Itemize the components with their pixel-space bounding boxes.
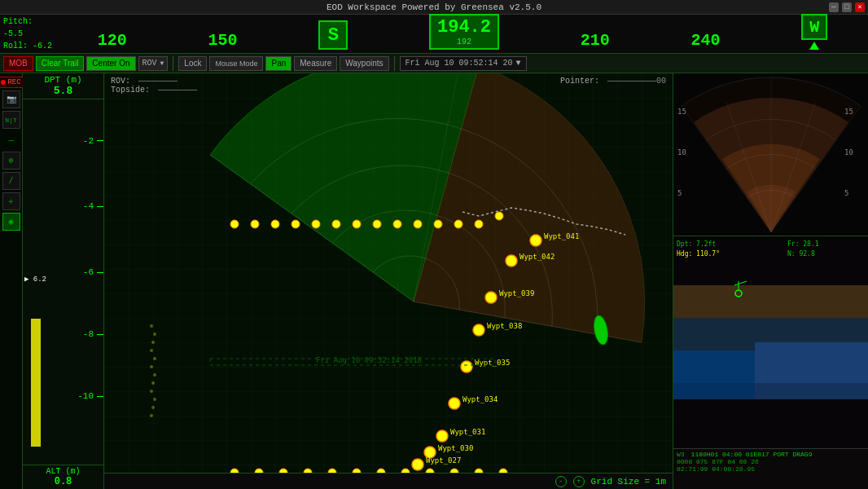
pointer-coords: ——————————00: [607, 77, 666, 86]
map-area[interactable]: Wypt_042 Wypt_041 Wypt_039 Wypt_038 Wypt…: [104, 73, 673, 489]
compass-210: 210: [581, 31, 610, 50]
alt-label: ALT (m): [24, 467, 102, 476]
zoom-in-button[interactable]: +: [573, 476, 585, 487]
pointer-info: Pointer: ——————————00: [560, 77, 666, 86]
svg-point-55: [153, 357, 156, 360]
depth-tick-4: -4: [71, 201, 103, 211]
pan-button[interactable]: Pan: [265, 56, 292, 71]
svg-point-56: [150, 365, 153, 368]
svg-text:Wypt_041: Wypt_041: [544, 232, 579, 240]
dpt-label: DPT (m): [24, 75, 102, 85]
svg-text:5: 5: [677, 189, 682, 197]
svg-text:15: 15: [844, 108, 853, 116]
compass-120: 120: [98, 31, 127, 50]
toolbar: MOB Clear Trail Center On ROV ▼ Lock Mou…: [0, 54, 868, 73]
svg-point-58: [151, 381, 155, 385]
svg-rect-80: [755, 342, 868, 399]
depth-scale: -2 -4 -6 -8 -10 ▶ 6.2: [23, 99, 103, 465]
pitch-value: Pitch: -5.5: [3, 15, 54, 40]
separator-icon: —: [2, 131, 20, 149]
svg-point-53: [151, 341, 155, 344]
south-indicator: S: [318, 20, 348, 50]
toolbar-separator-1: [173, 56, 173, 71]
crosshair-icon[interactable]: ✛: [2, 192, 20, 210]
mouse-mode-button[interactable]: Mouse Mode: [209, 56, 263, 71]
west-indicator: W: [801, 14, 827, 40]
svg-rect-79: [673, 350, 755, 399]
datetime-display: Fri Aug 10 09:52:14 20 ▼: [400, 56, 527, 71]
svg-point-26: [414, 220, 422, 228]
svg-text:Wypt_031: Wypt_031: [450, 428, 485, 436]
clear-trail-button[interactable]: Clear Trail: [36, 56, 85, 71]
depth-tick-2: -2: [71, 136, 103, 146]
west-indicator-group: W: [801, 14, 827, 50]
svg-point-54: [150, 349, 153, 352]
waypoints-button[interactable]: Waypoints: [340, 56, 388, 71]
alt-value: 0.8: [24, 476, 102, 487]
alt-section: ALT (m) 0.8: [23, 465, 103, 489]
depth-panel: DPT (m) 5.8 -2 -4 -6 -8 -10: [23, 73, 104, 489]
svg-point-60: [153, 398, 156, 401]
window-controls: — □ ✕: [829, 2, 865, 12]
toolbar-separator-2: [394, 56, 395, 71]
maximize-button[interactable]: □: [842, 2, 852, 12]
svg-point-39: [461, 361, 472, 372]
zoom-out-button[interactable]: -: [555, 476, 567, 487]
mob-button[interactable]: MOB: [3, 56, 33, 71]
svg-point-47: [412, 459, 423, 470]
svg-point-29: [475, 220, 483, 228]
svg-point-19: [271, 220, 279, 228]
status-line2: 0008 075 87F 04 08 26: [677, 458, 865, 465]
heading-sub: 192: [437, 37, 491, 46]
svg-point-41: [449, 398, 460, 409]
circle-icon[interactable]: ◉: [2, 213, 20, 231]
target-icon[interactable]: ⊕: [2, 152, 20, 170]
map-svg: Wypt_042 Wypt_041 Wypt_039 Wypt_038 Wypt…: [104, 73, 673, 489]
icon-sidebar: REC 📷 N|T — ⊕ / ✛ ◉: [0, 73, 23, 489]
svg-text:5: 5: [844, 189, 848, 197]
depth-marker: ▶ 6.2: [24, 275, 46, 284]
svg-point-27: [434, 220, 442, 228]
center-on-button[interactable]: Center On: [86, 56, 135, 71]
svg-text:Wypt_027: Wypt_027: [426, 456, 461, 465]
bottom-bar: - + Grid Size = 1m: [104, 473, 673, 489]
svg-text:N: 92.8: N: 92.8: [787, 250, 815, 258]
roll-value: Roll: -6.2: [3, 40, 54, 52]
measure-side-icon[interactable]: /: [2, 172, 20, 190]
topside-coords: ————————: [158, 86, 197, 95]
svg-point-51: [150, 324, 153, 328]
svg-point-35: [485, 292, 497, 303]
mini-map-data: W3 1180H01 04:00 01E817 PORT DRAG9 0008 …: [673, 448, 868, 489]
svg-point-62: [150, 414, 153, 417]
lock-button[interactable]: Lock: [178, 56, 207, 71]
svg-text:Fr: 28.1: Fr: 28.1: [787, 240, 819, 248]
svg-point-31: [506, 255, 517, 267]
heading-display: 194.2 192: [429, 14, 499, 50]
sonar-view: 15 10 5 15 10 5: [673, 73, 868, 236]
svg-point-43: [436, 430, 448, 442]
compass-150: 150: [208, 31, 238, 50]
minimize-button[interactable]: —: [829, 2, 839, 12]
depth-tick-8: -8: [71, 329, 103, 339]
close-button[interactable]: ✕: [855, 2, 865, 12]
depth-bar-yellow: [31, 319, 41, 447]
mini-map: Dpt: 7.2ft Fr: 28.1 Hdg: 110.7° N: 92.8 …: [673, 236, 868, 489]
camera-icon[interactable]: 📷: [2, 90, 20, 108]
depth-tick-6: -6: [71, 267, 103, 277]
svg-point-61: [151, 406, 155, 409]
svg-point-22: [332, 220, 340, 228]
svg-point-25: [393, 220, 401, 228]
svg-text:Wypt_034: Wypt_034: [462, 395, 498, 403]
mini-coords: W3: [677, 451, 685, 458]
rec-button[interactable]: REC: [0, 77, 24, 88]
nav-icon[interactable]: N|T: [2, 111, 20, 129]
depth-header: DPT (m) 5.8: [23, 73, 103, 99]
svg-point-28: [454, 220, 462, 228]
compass-240: 240: [690, 31, 720, 50]
rov-dropdown[interactable]: ROV ▼: [138, 56, 169, 71]
svg-point-20: [292, 220, 300, 228]
svg-text:Wypt_042: Wypt_042: [519, 253, 555, 261]
svg-text:10: 10: [677, 148, 686, 156]
measure-button[interactable]: Measure: [294, 56, 337, 71]
status-line1: 1180H01 04:00 01E817 PORT DRAG9: [691, 451, 813, 458]
